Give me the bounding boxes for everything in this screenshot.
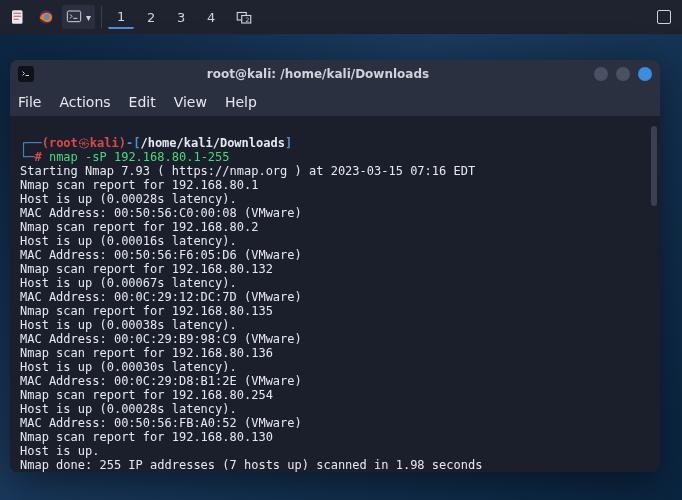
menu-actions[interactable]: Actions	[59, 94, 110, 110]
output-line: Nmap scan report for 192.168.80.132	[20, 262, 650, 276]
terminal-app-icon	[18, 66, 34, 82]
output-line: Nmap done: 255 IP addresses (7 hosts up)…	[20, 458, 650, 472]
output-line: Host is up (0.00028s latency).	[20, 192, 650, 206]
output-line: Host is up (0.00067s latency).	[20, 276, 650, 290]
output-line: MAC Address: 00:0C:29:D8:B1:2E (VMware)	[20, 374, 650, 388]
panel-separator	[101, 6, 102, 28]
titlebar[interactable]: root@kali: /home/kali/Downloads	[10, 60, 660, 88]
output-line: MAC Address: 00:50:56:F6:05:D6 (VMware)	[20, 248, 650, 262]
svg-rect-0	[12, 10, 23, 24]
workspace-2-button[interactable]: 2	[138, 5, 164, 29]
output-line: Nmap scan report for 192.168.80.1	[20, 178, 650, 192]
window-title: root@kali: /home/kali/Downloads	[42, 67, 594, 81]
output-line: Nmap scan report for 192.168.80.254	[20, 388, 650, 402]
workspace-3-button[interactable]: 3	[168, 5, 194, 29]
menu-help[interactable]: Help	[225, 94, 257, 110]
terminal-body[interactable]: ┌──(root㉿kali)-[/home/kali/Downloads] └─…	[10, 116, 660, 472]
svg-text:2: 2	[246, 16, 250, 23]
overlapping-windows-icon[interactable]: 2	[232, 5, 256, 29]
output-line: Host is up (0.00030s latency).	[20, 360, 650, 374]
output-line: Host is up (0.00028s latency).	[20, 402, 650, 416]
close-button[interactable]	[638, 67, 652, 81]
output-line: MAC Address: 00:50:56:FB:A0:52 (VMware)	[20, 416, 650, 430]
firefox-icon[interactable]	[34, 5, 58, 29]
minimize-button[interactable]	[594, 67, 608, 81]
workspace-1-button[interactable]: 1	[108, 5, 134, 29]
scrollbar-thumb[interactable]	[651, 126, 657, 206]
menu-view[interactable]: View	[174, 94, 207, 110]
tray-window-icon[interactable]	[652, 5, 676, 29]
system-panel: ▾ 1 2 3 4 2	[0, 0, 682, 34]
svg-point-2	[44, 14, 50, 20]
terminal-output: Starting Nmap 7.93 ( https://nmap.org ) …	[20, 164, 650, 472]
output-line: MAC Address: 00:50:56:C0:00:08 (VMware)	[20, 206, 650, 220]
terminal-launcher[interactable]: ▾	[62, 5, 95, 29]
output-line: MAC Address: 00:0C:29:12:DC:7D (VMware)	[20, 290, 650, 304]
maximize-button[interactable]	[616, 67, 630, 81]
output-line: Starting Nmap 7.93 ( https://nmap.org ) …	[20, 164, 650, 178]
chevron-down-icon: ▾	[86, 12, 91, 23]
window-controls	[594, 67, 652, 81]
statusbar-notes-icon[interactable]	[6, 5, 30, 29]
workspace-4-button[interactable]: 4	[198, 5, 224, 29]
svg-rect-3	[67, 11, 80, 22]
output-line: Host is up.	[20, 444, 650, 458]
menubar: File Actions Edit View Help	[10, 88, 660, 116]
command-input: nmap -sP 192.168.80.1-255	[49, 150, 230, 164]
output-line: Host is up (0.00016s latency).	[20, 234, 650, 248]
output-line: Host is up (0.00038s latency).	[20, 318, 650, 332]
menu-file[interactable]: File	[18, 94, 41, 110]
menu-edit[interactable]: Edit	[129, 94, 156, 110]
output-line: Nmap scan report for 192.168.80.130	[20, 430, 650, 444]
output-line: Nmap scan report for 192.168.80.2	[20, 220, 650, 234]
terminal-content: ┌──(root㉿kali)-[/home/kali/Downloads] └─…	[10, 116, 660, 472]
output-line: MAC Address: 00:0C:29:B9:98:C9 (VMware)	[20, 332, 650, 346]
output-line: Nmap scan report for 192.168.80.135	[20, 304, 650, 318]
terminal-window: root@kali: /home/kali/Downloads File Act…	[10, 60, 660, 472]
output-line: Nmap scan report for 192.168.80.136	[20, 346, 650, 360]
